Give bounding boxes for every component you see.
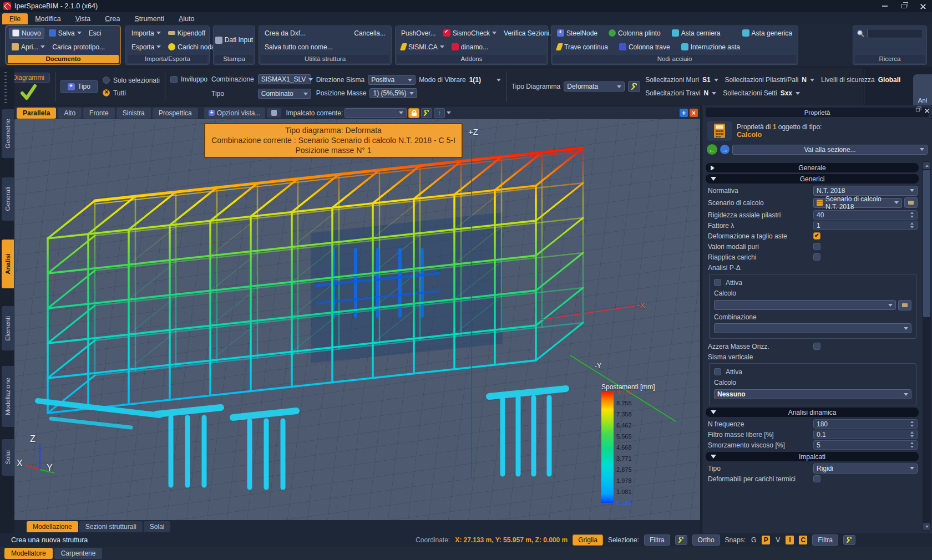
pd-combinazione-select[interactable] xyxy=(714,323,911,333)
menu-vista[interactable]: Vista xyxy=(68,13,98,24)
viewport-3d[interactable]: Tipo diagramma: Deformata Combinazione c… xyxy=(14,119,700,520)
apri-button[interactable]: Apri... xyxy=(9,42,48,52)
scenario-select[interactable]: Scenario di calcolo N.T. 2018 xyxy=(813,198,902,208)
esci-button[interactable]: Esci xyxy=(86,28,104,38)
sidebar-tab-geometrie[interactable]: Geometrie xyxy=(2,109,14,158)
sidebar-tab-solai[interactable]: Solai xyxy=(2,439,14,476)
n-frequenze-input[interactable]: 180 xyxy=(813,419,918,429)
ribbon-group-label[interactable]: Addons xyxy=(397,55,546,63)
sidebar-tab-analisi[interactable]: Analisi xyxy=(2,240,14,288)
griglia-button[interactable]: Griglia xyxy=(573,534,603,546)
nav-forward-button[interactable]: → xyxy=(720,145,730,154)
pd-attiva-checkbox[interactable] xyxy=(714,279,721,286)
spinner-arrows[interactable] xyxy=(910,431,914,437)
sidebar-tab-generali[interactable]: Generali xyxy=(2,177,14,221)
scroll-up-button[interactable] xyxy=(923,162,930,169)
fill-mode-button[interactable] xyxy=(267,108,281,118)
snaps-settings-button[interactable] xyxy=(843,535,855,545)
section-analisi-dinamica[interactable]: Analisi dinamica xyxy=(706,408,919,417)
chevron-down-icon[interactable] xyxy=(810,79,814,82)
salva-tutto-button[interactable]: Salva tutto con nome... xyxy=(262,42,336,52)
deformazione-checkbox[interactable] xyxy=(813,232,820,240)
inviluppo-checkbox[interactable] xyxy=(170,76,178,83)
menu-crea[interactable]: Crea xyxy=(98,13,127,24)
restore-button[interactable] xyxy=(894,0,913,12)
normativa-select[interactable]: N.T. 2018 xyxy=(813,186,918,196)
snaps-filtra-button[interactable]: Filtra xyxy=(812,534,838,546)
view-tab-sinistra[interactable]: Sinistra xyxy=(116,108,151,119)
tab-solai[interactable]: Solai xyxy=(144,521,171,532)
sidebar-tab-modellazione[interactable]: Modellazione xyxy=(2,366,14,427)
tab-carpenterie[interactable]: Carpenterie xyxy=(54,548,103,559)
tipo-diagramma-button[interactable]: Tipo xyxy=(60,80,98,93)
cancella-button[interactable]: Cancella... xyxy=(351,28,388,38)
chevron-down-icon[interactable] xyxy=(714,79,718,82)
tutti-radio[interactable] xyxy=(103,89,110,96)
snap-g-toggle[interactable]: G xyxy=(751,536,757,544)
close-view-button[interactable]: × xyxy=(690,109,698,117)
impalcato-select[interactable] xyxy=(345,108,407,118)
selezione-filter-settings-button[interactable] xyxy=(675,535,687,545)
float-panel-icon[interactable] xyxy=(916,108,920,111)
tipo-diagramma-select[interactable]: Deformata xyxy=(564,82,625,91)
selezione-filtra-button[interactable]: Filtra xyxy=(644,534,670,546)
dati-input-button[interactable]: Dati Input xyxy=(212,35,256,45)
view-settings-button[interactable] xyxy=(421,108,432,118)
direzione-sisma-select[interactable]: Positiva xyxy=(368,75,416,85)
smorzamento-input[interactable]: 5 xyxy=(813,440,918,450)
chevron-down-icon[interactable] xyxy=(796,92,800,95)
ribbon-group-label[interactable]: Nodi acciaio xyxy=(553,55,796,63)
menu-aiuto[interactable]: Aiuto xyxy=(171,13,202,24)
rigidezza-input[interactable]: 40 xyxy=(813,210,918,220)
drag-handle[interactable] xyxy=(4,72,7,105)
diagram-settings-button[interactable] xyxy=(628,81,640,92)
nav-back-button[interactable]: ← xyxy=(707,144,717,155)
colonna-trave-button[interactable]: Colonna trave xyxy=(616,42,673,52)
chevron-down-icon[interactable] xyxy=(447,111,451,114)
sismocheck-button[interactable]: SismoCheck xyxy=(440,28,499,38)
menu-strumenti[interactable]: Strumenti xyxy=(127,13,171,24)
sisma-calcolo-select[interactable]: Nessuno xyxy=(714,389,911,399)
menu-modifica[interactable]: Modifica xyxy=(28,13,68,24)
pushover-button[interactable]: PushOver... xyxy=(398,28,439,38)
snap-v-toggle[interactable]: V xyxy=(775,536,781,544)
asta-generica-button[interactable]: Asta generica xyxy=(739,28,795,38)
posizione-masse-select[interactable]: 1) (5%,5%) xyxy=(369,88,417,98)
salva-button[interactable]: Salva xyxy=(46,28,84,38)
raise-view-button[interactable]: ↑ xyxy=(434,108,445,118)
opzioni-vista-button[interactable]: Opzioni vista... xyxy=(204,108,265,119)
close-panel-icon[interactable] xyxy=(924,108,929,113)
pd-calcolo-edit-button[interactable] xyxy=(898,300,911,310)
ribbon-group-label[interactable]: Documento xyxy=(8,55,119,63)
riapplica-carichi-checkbox[interactable] xyxy=(813,253,820,261)
spinner-arrows[interactable] xyxy=(910,421,914,427)
importa-button[interactable]: Importa xyxy=(129,28,164,38)
sisma-attiva-checkbox[interactable] xyxy=(714,368,721,375)
nuovo-button[interactable]: Nuovo xyxy=(9,28,44,39)
goto-section-select[interactable]: Vai alla sezione... xyxy=(732,145,928,155)
ribbon-group-label[interactable]: Stampa xyxy=(215,55,253,63)
ortho-button[interactable]: Ortho xyxy=(692,534,720,546)
scroll-down-button[interactable] xyxy=(923,523,930,530)
section-impalcati[interactable]: Impalcati xyxy=(706,452,919,461)
trave-continua-button[interactable]: Trave continua xyxy=(554,42,611,52)
azzera-masse-checkbox[interactable] xyxy=(813,343,820,350)
impalcati-tipo-select[interactable]: Rigidi xyxy=(813,464,918,474)
dinamo-button[interactable]: dinamo... xyxy=(449,42,491,52)
animazioni-panel-tab[interactable]: Ani xyxy=(913,74,932,105)
ribbon-group-label[interactable]: Ricerca xyxy=(855,55,925,63)
esporta-button[interactable]: Esporta xyxy=(129,42,164,52)
section-generale[interactable]: Generale xyxy=(706,163,919,172)
scrollbar-thumb[interactable] xyxy=(923,170,930,317)
combinazione-select[interactable]: SISMAX1_SLV xyxy=(258,74,311,84)
close-button[interactable] xyxy=(913,0,932,12)
chevron-down-icon[interactable] xyxy=(497,79,501,82)
spinner-arrows[interactable] xyxy=(910,212,914,218)
snap-c-toggle[interactable]: C xyxy=(799,536,807,544)
snap-p-toggle[interactable]: P xyxy=(762,536,770,544)
carica-prototipo-button[interactable]: Carica prototipo... xyxy=(49,42,108,52)
solo-selezionati-radio[interactable] xyxy=(103,77,110,84)
chevron-down-icon[interactable] xyxy=(712,92,716,95)
ribbon-group-label[interactable]: Utilità struttura xyxy=(261,55,389,63)
crea-da-dxf-button[interactable]: Crea da Dxf... xyxy=(262,28,308,38)
